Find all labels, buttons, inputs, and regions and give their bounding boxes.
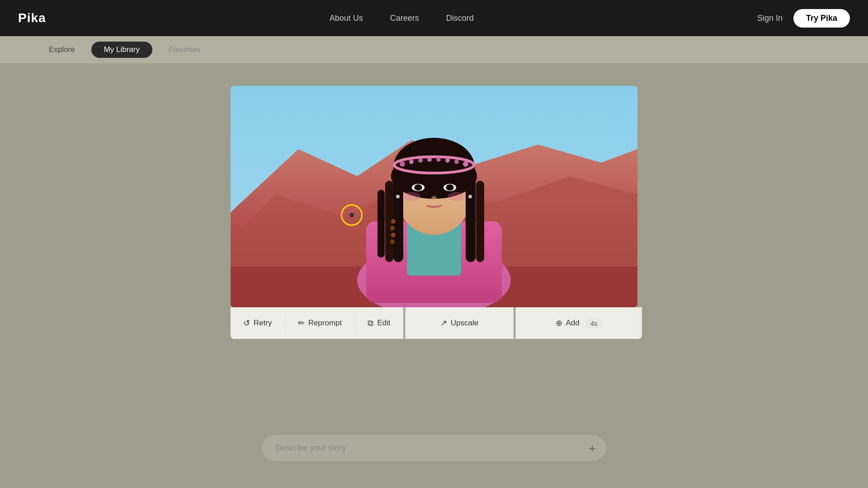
sign-in-button[interactable]: Sign In <box>757 14 783 23</box>
reprompt-icon: ✏ <box>298 318 305 328</box>
svg-point-40 <box>468 195 472 198</box>
edit-button[interactable]: ⧉ Edit <box>355 314 403 333</box>
svg-rect-13 <box>377 190 385 258</box>
svg-point-25 <box>463 161 468 167</box>
svg-rect-14 <box>466 172 476 262</box>
reprompt-button[interactable]: ✏ Reprompt <box>285 314 355 333</box>
edit-icon: ⧉ <box>368 319 373 328</box>
edit-label: Edit <box>377 319 390 328</box>
upscale-button[interactable]: ↗ Upscale <box>428 314 491 333</box>
video-frame[interactable] <box>231 86 637 307</box>
svg-point-19 <box>409 160 414 164</box>
tab-favorites[interactable]: Favorites <box>156 42 213 58</box>
retry-label: Retry <box>254 319 272 328</box>
nav-link-about-us[interactable]: About Us <box>330 14 363 23</box>
main-content: ↺ Retry ✏ Reprompt ⧉ Edit ↗ Upscale <box>0 63 868 488</box>
reprompt-label: Reprompt <box>308 319 342 328</box>
svg-point-27 <box>390 226 395 230</box>
retry-icon: ↺ <box>243 318 250 328</box>
upscale-icon: ↗ <box>440 318 447 328</box>
video-scene <box>231 86 637 307</box>
svg-point-18 <box>400 161 405 167</box>
svg-rect-11 <box>393 172 403 262</box>
svg-point-39 <box>396 195 400 198</box>
svg-point-22 <box>436 157 441 162</box>
svg-point-24 <box>454 160 459 164</box>
svg-rect-15 <box>476 181 484 262</box>
upscale-group: ↗ Upscale <box>405 307 514 339</box>
add-button[interactable]: ⊕ Add 4s <box>543 314 615 333</box>
nav-link-discord[interactable]: Discord <box>446 14 474 23</box>
svg-point-20 <box>418 158 423 163</box>
svg-point-38 <box>448 192 466 201</box>
svg-point-26 <box>391 219 396 224</box>
nav-link-careers[interactable]: Careers <box>390 14 419 23</box>
action-bar: ↺ Retry ✏ Reprompt ⧉ Edit ↗ Upscale <box>231 307 637 339</box>
svg-point-37 <box>402 192 420 201</box>
svg-point-16 <box>393 138 475 197</box>
tab-explore[interactable]: Explore <box>36 42 88 58</box>
nav-links: About Us Careers Discord <box>330 14 474 23</box>
brand-logo[interactable]: Pika <box>18 11 46 25</box>
tab-my-library[interactable]: My Library <box>91 42 152 58</box>
try-pika-button[interactable]: Try Pika <box>793 9 850 28</box>
navbar: Pika About Us Careers Discord Sign In Tr… <box>0 0 868 36</box>
bottom-input-bar: ＋ <box>262 435 606 461</box>
video-card: ↺ Retry ✏ Reprompt ⧉ Edit ↗ Upscale <box>231 86 637 339</box>
svg-point-29 <box>390 239 395 244</box>
svg-point-35 <box>448 185 452 189</box>
add-label: Add <box>566 319 580 328</box>
retry-button[interactable]: ↺ Retry <box>231 314 285 333</box>
svg-point-32 <box>416 185 420 189</box>
add-content-button[interactable]: ＋ <box>586 440 599 457</box>
add-group: ⊕ Add 4s <box>515 307 642 339</box>
svg-point-23 <box>445 158 450 163</box>
svg-point-21 <box>427 157 432 162</box>
duration-badge: 4s <box>586 319 602 328</box>
subnav: Explore My Library Favorites <box>0 36 868 63</box>
nav-right: Sign In Try Pika <box>757 9 850 28</box>
svg-point-28 <box>391 233 396 237</box>
svg-point-36 <box>431 196 437 200</box>
add-icon: ⊕ <box>556 318 562 328</box>
action-left-group: ↺ Retry ✏ Reprompt ⧉ Edit <box>231 307 403 339</box>
story-input[interactable] <box>262 435 606 461</box>
upscale-label: Upscale <box>451 319 478 328</box>
